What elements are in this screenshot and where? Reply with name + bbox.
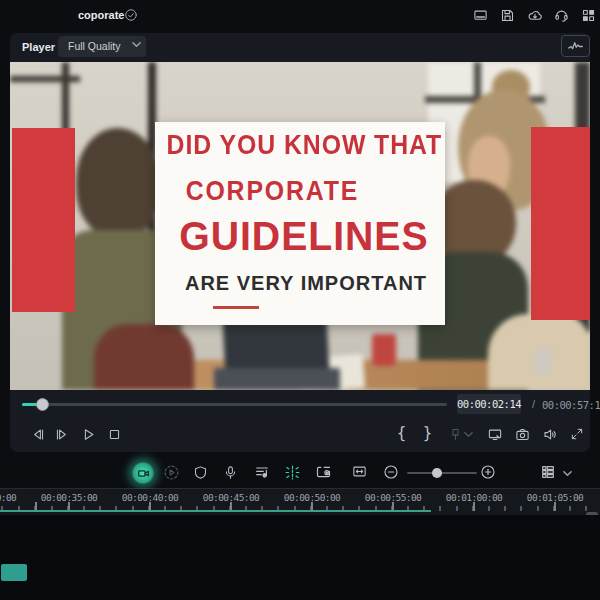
screen-record-icon[interactable] [315, 464, 333, 482]
total-duration: 00:00:57:13 [542, 399, 600, 411]
player-label: Player [22, 41, 55, 53]
filmora-window: coporate Player [0, 0, 600, 600]
titlebar: coporate [0, 0, 600, 31]
video-preview[interactable]: DID YOU KNOW THAT CORPORATE GUIDELINES A… [10, 62, 590, 390]
volume-icon[interactable] [542, 427, 558, 443]
zoom-in-icon[interactable] [480, 464, 498, 482]
player-panel: Player Full Quality [10, 33, 590, 452]
microphone-icon[interactable] [223, 464, 241, 482]
cloud-upload-icon[interactable] [527, 8, 542, 23]
timeline-toolbar [0, 458, 600, 489]
title-underline [213, 306, 259, 309]
quality-value: Full Quality [68, 40, 121, 52]
rendered-range-indicator [0, 510, 431, 512]
timeline-clip[interactable] [1, 564, 27, 581]
title-template-right-bar [531, 127, 590, 320]
autoplay-icon[interactable] [163, 464, 181, 482]
timeline-zoom-slider[interactable] [407, 472, 477, 474]
display-icon[interactable] [473, 8, 488, 23]
seek-bar[interactable] [22, 403, 447, 406]
shield-icon[interactable] [193, 464, 211, 482]
support-headset-icon[interactable] [554, 8, 569, 23]
fit-timeline-icon[interactable] [351, 464, 369, 482]
workspace-grid-icon[interactable] [581, 8, 596, 23]
video-scene-background: DID YOU KNOW THAT CORPORATE GUIDELINES A… [10, 62, 590, 390]
timeline-ruler[interactable]: 00:00:30:00 00:00:35:00 00:00:40:00 00:0… [0, 489, 600, 515]
title-line-3: GUIDELINES [162, 214, 446, 259]
title-line-1: DID YOU KNOW THAT [167, 130, 434, 161]
mark-in-button[interactable]: { [397, 424, 406, 442]
stop-icon[interactable] [107, 427, 123, 443]
save-icon[interactable] [500, 8, 515, 23]
track-manager-chevron-icon[interactable] [563, 470, 581, 488]
project-title: coporate [78, 9, 124, 21]
track-manager-icon[interactable] [540, 464, 558, 482]
audio-notes-icon[interactable] [254, 464, 272, 482]
timecode-separator: / [532, 398, 535, 410]
seek-handle[interactable] [36, 398, 49, 411]
marker-icon[interactable] [448, 427, 464, 443]
waveform-scope-button[interactable] [561, 35, 590, 57]
previous-frame-icon[interactable] [31, 427, 47, 443]
title-template-left-bar [12, 128, 75, 312]
mark-out-button[interactable]: } [423, 424, 432, 442]
chevron-down-icon [132, 41, 141, 48]
marker-chevron-icon[interactable] [464, 431, 480, 447]
check-circle-icon [124, 8, 138, 22]
current-timecode[interactable]: 00:00:02:14 [457, 394, 521, 414]
smart-split-icon[interactable] [284, 464, 302, 482]
title-line-4: ARE VERY IMPORTANT [161, 272, 451, 295]
zoom-out-icon[interactable] [383, 464, 401, 482]
titlebar-actions [473, 8, 596, 23]
record-webcam-icon[interactable] [131, 461, 155, 485]
timeline-tracks-area[interactable] [0, 515, 600, 600]
title-line-2: CORPORATE [139, 176, 406, 207]
play-icon[interactable] [81, 427, 97, 443]
seek-row: 00:00:02:14 / 00:00:57:13 [10, 390, 590, 418]
fullscreen-icon[interactable] [570, 427, 586, 443]
snapshot-camera-icon[interactable] [515, 427, 531, 443]
player-header: Player Full Quality [10, 33, 590, 61]
title-card[interactable]: DID YOU KNOW THAT CORPORATE GUIDELINES A… [155, 122, 445, 325]
mirror-display-icon[interactable] [487, 427, 503, 443]
transport-controls: { } [10, 418, 590, 452]
timeline-zoom-handle[interactable] [432, 468, 442, 478]
next-frame-icon[interactable] [54, 427, 70, 443]
